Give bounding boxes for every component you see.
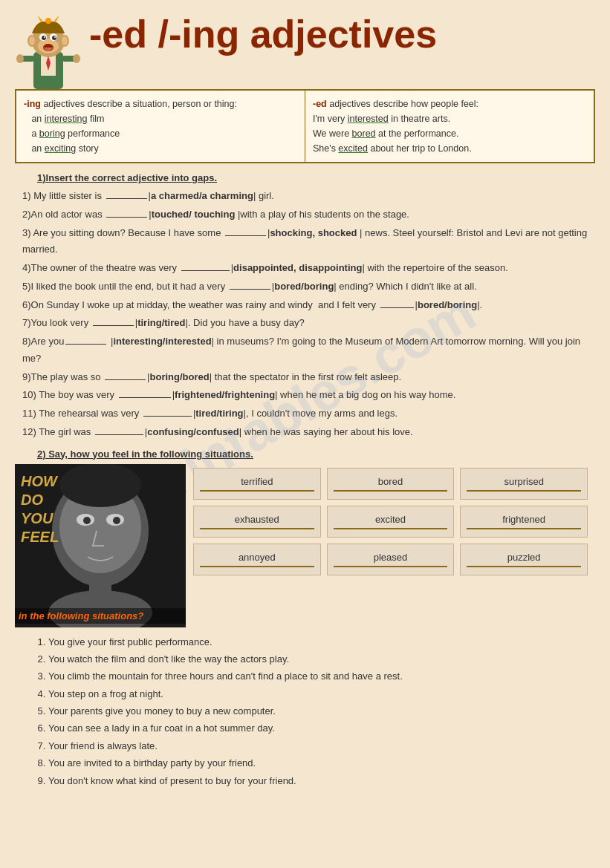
situation-5: Your parents give you money to buy a new… xyxy=(48,702,580,719)
exercise-4: 4)The owner of the theatre was very |dis… xyxy=(22,260,588,277)
exercise-3: 3) Are you sitting down? Because I have … xyxy=(22,225,588,259)
word-surprised: surprised xyxy=(460,468,588,500)
word-excited: excited xyxy=(327,506,455,538)
ed-label: -ed xyxy=(313,99,327,109)
ing-label: -ing xyxy=(24,99,41,109)
exercise-11: 11) The rehearsal was very |tired/tiring… xyxy=(22,405,588,422)
exercise-7: 7)You look very |tiring/tired|. Did you … xyxy=(22,315,588,332)
ing-example1: an interesting film xyxy=(24,114,104,124)
svg-point-14 xyxy=(54,36,56,38)
ed-example3: She's excited about her trip to London. xyxy=(313,143,472,154)
svg-point-29 xyxy=(113,517,120,524)
situation-6: You can see a lady in a fur coat in a ho… xyxy=(48,719,580,737)
how-do-you-feel-image: HOW DO YOU FEEL in the following situati… xyxy=(15,464,186,627)
svg-point-6 xyxy=(29,36,35,45)
section2-content: HOW DO YOU FEEL in the following situati… xyxy=(15,464,595,627)
svg-point-12 xyxy=(52,36,56,40)
situation-8: You are invited to a birthday party by y… xyxy=(48,754,580,771)
word-annoyed: annoyed xyxy=(193,544,321,575)
exercise-12: 12) The girl was |confusing/confused| wh… xyxy=(22,424,588,441)
word-pleased: pleased xyxy=(327,544,455,575)
svg-point-13 xyxy=(44,36,45,38)
exercise-6: 6)On Sunday I woke up at midday, the wea… xyxy=(22,297,588,314)
svg-point-7 xyxy=(62,36,68,45)
situation-3: You climb the mountain for three hours a… xyxy=(48,668,580,685)
ing-example3: an exciting story xyxy=(24,143,99,154)
situation-4: You step on a frog at night. xyxy=(48,685,580,702)
svg-text:DO: DO xyxy=(21,492,43,508)
exercise-2: 2)An old actor was |touched/ touching |w… xyxy=(22,206,588,223)
exercise-10: 10) The boy was very |frightened/frighte… xyxy=(22,387,588,404)
situation-1: You give your first public performance. xyxy=(48,633,580,650)
section2-title: 2) Say, how you feel in the following si… xyxy=(37,448,595,460)
in-following-label: in the following situations? xyxy=(19,610,143,621)
grammar-ing-section: -ing adjectives describe a situation, pe… xyxy=(16,91,305,162)
ing-example2: a boring performance xyxy=(24,128,120,139)
grammar-box: -ing adjectives describe a situation, pe… xyxy=(15,89,595,163)
svg-point-19 xyxy=(16,54,24,63)
word-frightened: frightened xyxy=(460,506,588,538)
ed-example2: We were bored at the performance. xyxy=(313,128,458,139)
page-title: -ed /-ing adjectives xyxy=(89,7,595,53)
situations-list: You give your first public performance. … xyxy=(37,633,580,790)
exercise-5: 5)I liked the book until the end, but it… xyxy=(22,278,588,296)
exercise-9: 9)The play was so |boring/bored| that th… xyxy=(22,369,588,386)
svg-text:YOU: YOU xyxy=(21,510,53,526)
ed-description: adjectives describe how people feel: xyxy=(329,99,478,109)
title-area: -ed /-ing adjectives -ed /-ing adjective… xyxy=(89,7,595,53)
word-grid: terrified bored surprised exhausted exci… xyxy=(186,464,595,627)
svg-point-16 xyxy=(45,18,51,24)
svg-point-20 xyxy=(73,54,80,63)
word-exhausted: exhausted xyxy=(193,506,321,538)
situation-9: You don't know what kind of present to b… xyxy=(48,772,580,789)
monkey-illustration xyxy=(15,7,82,82)
exercise-8: 8)Are you |interesting/interested| in mu… xyxy=(22,333,588,368)
word-bored: bored xyxy=(327,468,455,500)
section2: 2) Say, how you feel in the following si… xyxy=(15,448,595,790)
word-puzzled: puzzled xyxy=(460,544,588,575)
header: -ed /-ing adjectives -ed /-ing adjective… xyxy=(15,7,595,82)
page: printables.com xyxy=(0,0,610,804)
exercise-1: 1) My little sister is |a charmed/a char… xyxy=(22,188,588,205)
section1-title: 1)Insert the correct adjective into gaps… xyxy=(37,172,595,183)
grammar-ed-section: -ed adjectives describe how people feel:… xyxy=(305,91,594,162)
svg-point-30 xyxy=(59,464,141,507)
ed-example1: I'm very interested in theatre arts. xyxy=(313,114,450,124)
ing-description: adjectives describe a situation, person … xyxy=(43,99,237,109)
word-terrified: terrified xyxy=(193,468,321,500)
situation-7: Your friend is always late. xyxy=(48,737,580,754)
situation-2: You watch the film and don't like the wa… xyxy=(48,650,580,668)
svg-point-28 xyxy=(83,517,91,524)
svg-point-11 xyxy=(42,36,46,40)
svg-text:HOW: HOW xyxy=(21,473,59,489)
svg-text:FEEL: FEEL xyxy=(21,529,59,545)
exercise-list: 1) My little sister is |a charmed/a char… xyxy=(22,188,588,441)
